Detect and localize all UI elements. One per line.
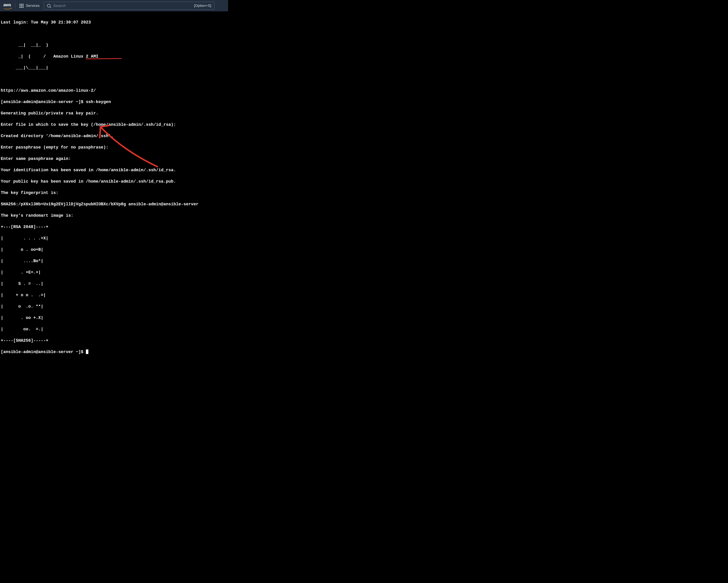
prompt-line-2: [ansible-admin@ansible-server ~]$ — [1, 349, 227, 355]
services-button[interactable]: Services — [20, 4, 40, 8]
ascii-art-line: __| __|_ ) — [1, 43, 227, 48]
search-icon — [47, 4, 50, 7]
randomart-line: | + o o . .=| — [1, 293, 227, 298]
services-grid-icon — [20, 4, 24, 8]
search-shortcut-hint: [Option+S] — [194, 4, 211, 8]
output-line: The key fingerprint is: — [1, 190, 227, 196]
aws-logo-text: aws — [3, 2, 11, 7]
randomart-line: | . +E=.+| — [1, 270, 227, 275]
blank-line — [1, 31, 227, 37]
aws-url-line: https://aws.amazon.com/amazon-linux-2/ — [1, 88, 227, 93]
search-bar[interactable]: [Option+S] — [44, 2, 214, 10]
aws-header: aws Services [Option+S] — [0, 0, 228, 11]
services-label: Services — [26, 4, 40, 8]
search-input[interactable] — [53, 3, 191, 8]
output-line: The key's randomart image is: — [1, 213, 227, 219]
prompt-command: ssh-keygen — [86, 100, 111, 104]
blank-line — [1, 77, 227, 82]
terminal-output[interactable]: Last login: Tue May 30 21:30:07 2023 __|… — [0, 11, 228, 379]
aws-swoosh-arrow-icon — [10, 7, 12, 9]
output-line: Generating public/private rsa key pair. — [1, 111, 227, 116]
randomart-line: | o . oo+B| — [1, 247, 227, 253]
randomart-line: | ....Bo*| — [1, 258, 227, 264]
output-line: Your identification has been saved in /h… — [1, 167, 227, 173]
ascii-art-line: ___|\___|___| — [1, 65, 227, 71]
randomart-line: +----[SHA256]-----+ — [1, 338, 227, 343]
terminal-cursor — [86, 350, 88, 354]
output-line: Enter same passphrase again: — [1, 156, 227, 162]
output-line: SHA256:/pX6xl3Hb+Us19g2EVjllDjVgZspubHIO… — [1, 201, 227, 207]
randomart-line: | oo. =.| — [1, 327, 227, 332]
output-line: Enter passphrase (empty for no passphras… — [1, 145, 227, 150]
last-login-line: Last login: Tue May 30 21:30:07 2023 — [1, 20, 227, 25]
prompt-prefix: [ansible-admin@ansible-server ~]$ — [1, 350, 86, 354]
aws-logo[interactable]: aws — [3, 2, 11, 9]
output-line: Your public key has been saved in /home/… — [1, 179, 227, 185]
aws-swoosh-icon — [3, 7, 11, 9]
randomart-line: | S . = ..| — [1, 281, 227, 287]
prompt-prefix: [ansible-admin@ansible-server ~]$ — [1, 100, 86, 104]
randomart-line: | . oo +.X| — [1, 315, 227, 321]
randomart-line: +---[RSA 2048]----+ — [1, 224, 227, 230]
prompt-line-1: [ansible-admin@ansible-server ~]$ ssh-ke… — [1, 99, 227, 105]
output-line: Enter file in which to save the key (/ho… — [1, 122, 227, 128]
output-line: Created directory '/home/ansible-admin/.… — [1, 133, 227, 139]
randomart-line: | o .o. **| — [1, 304, 227, 309]
randomart-line: | . . . .+X| — [1, 235, 227, 241]
